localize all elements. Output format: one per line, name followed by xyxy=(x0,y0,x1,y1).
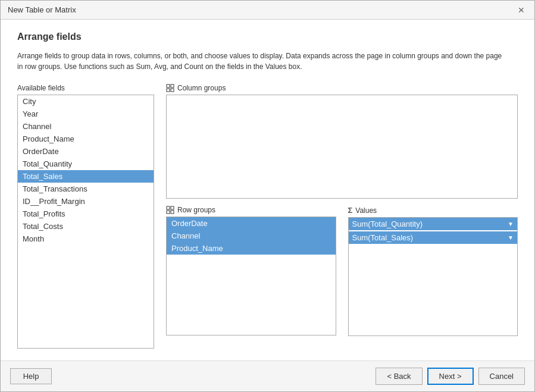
svg-rect-0 xyxy=(167,84,170,87)
list-item[interactable]: Total_Transactions xyxy=(18,183,154,195)
dialog: New Table or Matrix ✕ Arrange fields Arr… xyxy=(0,0,535,392)
description-text: Arrange fields to group data in rows, co… xyxy=(17,51,505,72)
list-item[interactable]: Sum(Total_Sales)▼ xyxy=(349,231,518,244)
title-bar: New Table or Matrix ✕ xyxy=(1,1,534,20)
row-groups-label: Row groups xyxy=(166,206,336,214)
list-item[interactable]: City xyxy=(18,95,154,108)
row-groups-listbox[interactable]: OrderDateChannelProduct_Name xyxy=(166,217,336,335)
list-item[interactable]: Total_Profits xyxy=(18,208,154,220)
sigma-icon: Σ xyxy=(348,206,353,215)
list-item[interactable]: Channel xyxy=(167,230,336,242)
dialog-title: New Table or Matrix xyxy=(8,5,76,14)
available-fields-panel: Available fields CityYearChannelProduct_… xyxy=(17,84,154,349)
svg-rect-1 xyxy=(171,84,174,87)
available-fields-listbox[interactable]: CityYearChannelProduct_NameOrderDateTota… xyxy=(17,95,154,349)
list-item[interactable]: Month xyxy=(18,233,154,245)
grid-icon xyxy=(166,84,174,92)
list-item[interactable]: Year xyxy=(18,108,154,120)
grid-icon-row xyxy=(166,206,174,214)
right-area: Column groups xyxy=(166,84,518,349)
list-item[interactable]: Total_Quantity xyxy=(18,158,154,170)
footer-buttons: < Back Next > Cancel xyxy=(376,368,525,385)
page-title: Arrange fields xyxy=(17,32,518,42)
list-item[interactable]: Total_Sales xyxy=(18,170,154,183)
column-groups-panel: Column groups xyxy=(166,84,518,199)
values-panel: Σ Values Sum(Total_Quantity)▼Sum(Total_S… xyxy=(348,206,518,349)
list-item[interactable]: Product_Name xyxy=(167,242,336,255)
values-label: Σ Values xyxy=(348,206,518,215)
fields-area: Available fields CityYearChannelProduct_… xyxy=(17,84,518,349)
next-button[interactable]: Next > xyxy=(427,368,474,385)
svg-rect-5 xyxy=(171,206,174,209)
list-item[interactable]: Sum(Total_Quantity)▼ xyxy=(349,218,518,230)
list-item[interactable]: OrderDate xyxy=(167,217,336,230)
list-item[interactable]: OrderDate xyxy=(18,145,154,158)
list-item[interactable]: Total_Costs xyxy=(18,220,154,233)
list-item[interactable]: Product_Name xyxy=(18,133,154,145)
close-button[interactable]: ✕ xyxy=(515,4,527,16)
row-values-area: Row groups OrderDateChannelProduct_Name … xyxy=(166,206,518,349)
svg-rect-7 xyxy=(171,211,174,214)
cancel-button[interactable]: Cancel xyxy=(478,368,525,385)
values-listbox[interactable]: Sum(Total_Quantity)▼Sum(Total_Sales)▼ xyxy=(348,217,518,336)
footer: Help < Back Next > Cancel xyxy=(1,360,534,391)
column-groups-listbox[interactable] xyxy=(166,95,518,199)
help-button[interactable]: Help xyxy=(10,368,52,384)
svg-rect-4 xyxy=(167,206,170,209)
column-groups-label: Column groups xyxy=(166,84,518,92)
svg-rect-3 xyxy=(171,89,174,92)
list-item[interactable]: ID__Profit_Margin xyxy=(18,195,154,208)
available-fields-label: Available fields xyxy=(17,84,154,92)
svg-rect-6 xyxy=(167,211,170,214)
list-item[interactable]: Channel xyxy=(18,120,154,133)
content-area: Arrange fields Arrange fields to group d… xyxy=(1,20,534,360)
svg-rect-2 xyxy=(167,89,170,92)
row-groups-panel: Row groups OrderDateChannelProduct_Name xyxy=(166,206,336,349)
back-button[interactable]: < Back xyxy=(376,368,422,385)
